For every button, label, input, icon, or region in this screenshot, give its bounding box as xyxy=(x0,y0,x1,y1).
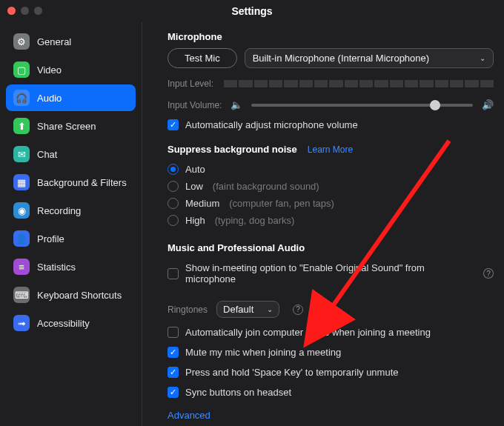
sidebar-item-video[interactable]: ▢Video xyxy=(6,56,136,83)
extra-checkbox-label: Press and hold 'Space Key' to temporaril… xyxy=(185,367,399,378)
sidebar-item-audio[interactable]: 🎧Audio xyxy=(6,84,136,111)
minimize-window-button[interactable] xyxy=(21,7,29,15)
sidebar-item-label: General xyxy=(37,36,71,47)
advanced-link[interactable]: Advanced xyxy=(168,410,210,421)
volume-low-icon: 🔈 xyxy=(231,99,242,110)
sidebar-item-recording[interactable]: ◉Recording xyxy=(6,197,136,224)
extra-checkbox-3[interactable]: ✓ xyxy=(168,387,179,398)
slider-thumb[interactable] xyxy=(430,100,440,110)
chevron-down-icon: ⌄ xyxy=(267,305,273,313)
video-icon: ▢ xyxy=(13,61,30,78)
sidebar-item-background-filters[interactable]: ▦Background & Filters xyxy=(6,169,136,196)
ringtones-select[interactable]: Default ⌄ xyxy=(216,301,279,318)
input-level-meter xyxy=(224,80,494,87)
sidebar-item-label: Chat xyxy=(37,149,57,160)
input-volume-label: Input Volume: xyxy=(168,100,222,110)
sidebar-item-label: Statistics xyxy=(37,262,76,273)
sidebar-item-chat[interactable]: ✉Chat xyxy=(6,141,136,167)
sidebar-item-statistics[interactable]: ≡Statistics xyxy=(6,253,136,280)
noise-radio-auto[interactable] xyxy=(168,164,179,175)
titlebar: Settings xyxy=(0,0,504,22)
noise-option-label: Auto xyxy=(185,164,205,175)
statistics-icon: ≡ xyxy=(13,259,30,275)
general-icon: ⚙ xyxy=(13,33,30,50)
sidebar-item-label: Recording xyxy=(37,205,81,216)
content-pane: Microphone Test Mic Built-in Microphone … xyxy=(142,22,504,426)
input-volume-slider[interactable] xyxy=(251,104,473,107)
keyboard-shortcuts-icon: ⌨ xyxy=(13,287,30,303)
extra-checkbox-0[interactable] xyxy=(168,327,179,338)
original-sound-checkbox[interactable] xyxy=(168,268,179,279)
window-controls xyxy=(7,7,42,15)
input-level-label: Input Level: xyxy=(168,79,213,89)
zoom-window-button[interactable] xyxy=(34,7,42,15)
noise-learn-more-link[interactable]: Learn More xyxy=(308,144,353,155)
share-screen-icon: ⬆ xyxy=(13,118,30,134)
noise-section-title: Suppress background noise xyxy=(168,144,297,155)
noise-radio-high[interactable] xyxy=(168,215,179,226)
microphone-device-value: Built-in Microphone (Internal Microphone… xyxy=(253,53,429,64)
sidebar-item-label: Video xyxy=(37,64,62,76)
test-mic-button[interactable]: Test Mic xyxy=(168,48,237,68)
sidebar-item-profile[interactable]: 👤Profile xyxy=(6,225,136,252)
window-title: Settings xyxy=(231,5,272,17)
recording-icon: ◉ xyxy=(13,202,30,219)
sidebar-item-label: Profile xyxy=(37,233,64,244)
noise-option-label: Low xyxy=(185,181,203,192)
info-icon[interactable]: ? xyxy=(293,304,303,315)
extra-checkbox-label: Mute my mic when joining a meeting xyxy=(185,347,341,358)
sidebar-item-label: Share Screen xyxy=(37,121,96,132)
accessibility-icon: ➟ xyxy=(13,315,30,331)
microphone-section-title: Microphone xyxy=(168,31,494,42)
sidebar-item-keyboard-shortcuts[interactable]: ⌨Keyboard Shortcuts xyxy=(6,282,136,308)
close-window-button[interactable] xyxy=(7,7,16,15)
extra-checkbox-label: Sync buttons on headset xyxy=(185,387,291,398)
sidebar-item-label: Background & Filters xyxy=(37,177,127,188)
music-section-title: Music and Professional Audio xyxy=(168,242,494,253)
sidebar-item-label: Accessibility xyxy=(37,318,90,329)
extra-checkbox-2[interactable]: ✓ xyxy=(168,367,179,378)
auto-adjust-volume-label: Automatically adjust microphone volume xyxy=(185,119,358,130)
noise-option-hint: (typing, dog barks) xyxy=(215,215,295,226)
chevron-down-icon: ⌄ xyxy=(480,54,485,62)
noise-radio-low[interactable] xyxy=(168,181,179,192)
microphone-device-select[interactable]: Built-in Microphone (Internal Microphone… xyxy=(245,48,494,68)
extra-checkbox-1[interactable]: ✓ xyxy=(168,347,179,358)
noise-option-hint: (faint background sound) xyxy=(213,181,319,192)
noise-option-label: High xyxy=(185,215,205,226)
noise-option-label: Medium xyxy=(185,198,219,209)
auto-adjust-volume-checkbox[interactable]: ✓ xyxy=(168,119,179,130)
sidebar-item-accessibility[interactable]: ➟Accessibility xyxy=(6,310,136,336)
volume-high-icon: 🔊 xyxy=(482,99,494,110)
chat-icon: ✉ xyxy=(13,146,30,162)
extra-checkbox-label: Automatically join computer audio when j… xyxy=(185,327,431,338)
noise-radio-medium[interactable] xyxy=(168,198,179,209)
profile-icon: 👤 xyxy=(13,230,30,247)
sidebar-item-general[interactable]: ⚙General xyxy=(6,28,136,55)
ringtones-label: Ringtones xyxy=(168,304,208,315)
noise-option-hint: (computer fan, pen taps) xyxy=(229,198,334,209)
info-icon[interactable]: ? xyxy=(483,268,494,279)
sidebar-item-label: Keyboard Shortcuts xyxy=(37,290,122,301)
sidebar: ⚙General▢Video🎧Audio⬆Share Screen✉Chat▦B… xyxy=(0,22,142,426)
sidebar-item-share-screen[interactable]: ⬆Share Screen xyxy=(6,113,136,139)
background-filters-icon: ▦ xyxy=(13,174,30,190)
ringtones-value: Default xyxy=(223,304,253,315)
sidebar-item-label: Audio xyxy=(37,93,62,104)
audio-icon: 🎧 xyxy=(13,90,30,106)
original-sound-label: Show in-meeting option to "Enable Origin… xyxy=(185,262,472,284)
